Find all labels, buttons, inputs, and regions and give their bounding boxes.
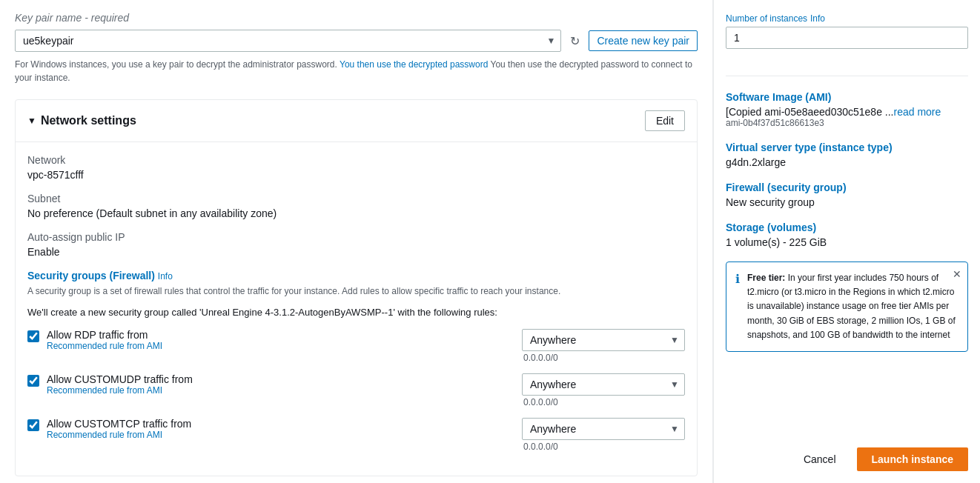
divider-1: [726, 76, 968, 76]
rule-rdp-select-wrapper[interactable]: Anywhere ▼: [522, 329, 685, 351]
rule-customtcp-cidr: 0.0.0.0/0: [522, 442, 685, 452]
rule-rdp-select[interactable]: Anywhere: [522, 329, 685, 351]
rule-rdp-label: Allow RDP traffic from: [47, 329, 514, 341]
network-field: Network vpc-8571cfff: [27, 154, 685, 181]
sg-title: Security groups (Firewall): [27, 270, 155, 282]
ami-read-more-link[interactable]: read more: [894, 106, 941, 118]
keypair-help-link[interactable]: You then use the decrypted password: [340, 59, 488, 70]
instance-type-value: g4dn.2xlarge: [726, 156, 968, 168]
instances-info-link[interactable]: Info: [810, 13, 825, 24]
security-groups-field: Security groups (Firewall) Info A securi…: [27, 270, 685, 452]
sg-description: A security group is a set of firewall ru…: [27, 284, 685, 298]
instances-count-group: Number of instances Info: [726, 12, 968, 49]
rule-rdp-checkbox[interactable]: [27, 330, 39, 342]
rule-rdp-label-group: Allow RDP traffic from Recommended rule …: [47, 329, 514, 351]
rule-rdp-cidr: 0.0.0.0/0: [522, 353, 685, 363]
rule-customtcp-select[interactable]: Anywhere: [522, 418, 685, 440]
firewall-value: New security group: [726, 196, 968, 208]
ami-id: ami-0b4f37d51c86613e3: [726, 118, 968, 128]
refresh-keypair-button[interactable]: ↻: [567, 31, 583, 51]
subnet-field: Subnet No preference (Default subnet in …: [27, 193, 685, 219]
sg-header: Security groups (Firewall) Info: [27, 270, 685, 282]
keypair-required-text: - required: [85, 12, 129, 24]
firewall-label[interactable]: Firewall (security group): [726, 181, 968, 193]
auto-assign-value: Enable: [27, 246, 685, 258]
auto-assign-field: Auto-assign public IP Enable: [27, 231, 685, 258]
instance-type-label[interactable]: Virtual server type (instance type): [726, 141, 968, 153]
storage-label[interactable]: Storage (volumes): [726, 221, 968, 233]
rule-customtcp-sublabel: Recommended rule from AMI: [47, 430, 514, 440]
rule-customudp-sublabel: Recommended rule from AMI: [47, 385, 514, 396]
rule-customtcp-checkbox[interactable]: [27, 419, 39, 431]
free-tier-close-button[interactable]: ✕: [953, 268, 961, 280]
network-settings-header: ▼ Network settings Edit: [16, 100, 697, 142]
cancel-button[interactable]: Cancel: [792, 447, 848, 471]
ami-summary: Software Image (AMI) [Copied ami-05e8aee…: [726, 91, 968, 128]
rule-customudp-select[interactable]: Anywhere: [522, 373, 685, 396]
rule-customudp-checkbox[interactable]: [27, 375, 39, 387]
create-keypair-link[interactable]: Create new key pair: [589, 30, 698, 51]
right-panel: Number of instances Info Software Image …: [713, 0, 980, 483]
free-tier-text: Free tier: In your first year includes 7…: [747, 271, 959, 342]
subnet-label: Subnet: [27, 193, 685, 204]
instance-type-summary: Virtual server type (instance type) g4dn…: [726, 141, 968, 168]
network-settings-section: ▼ Network settings Edit Network vpc-8571…: [15, 99, 698, 476]
auto-assign-label: Auto-assign public IP: [27, 231, 685, 243]
keypair-select[interactable]: ue5keypair: [15, 30, 561, 52]
rule-customudp-label-group: Allow CUSTOMUDP traffic from Recommended…: [47, 373, 514, 396]
network-settings-title: ▼ Network settings: [27, 114, 136, 127]
section-collapse-arrow-icon: ▼: [27, 116, 36, 126]
rule-rdp-select-group: Anywhere ▼ 0.0.0.0/0: [522, 329, 685, 363]
rule-customudp-label: Allow CUSTOMUDP traffic from: [47, 373, 514, 385]
network-value: vpc-8571cfff: [27, 169, 685, 181]
keypair-section: Key pair name - required ue5keypair ▼ ↻ …: [15, 0, 698, 99]
rule-customudp-row: Allow CUSTOMUDP traffic from Recommended…: [27, 373, 685, 407]
rule-customudp-select-wrapper[interactable]: Anywhere ▼: [522, 373, 685, 396]
free-tier-bold: Free tier:: [747, 273, 785, 283]
free-tier-box: ℹ Free tier: In your first year includes…: [726, 262, 968, 352]
rule-rdp-sublabel: Recommended rule from AMI: [47, 341, 514, 351]
ami-value: [Copied ami-05e8aeed030c51e8e ...read mo…: [726, 106, 968, 118]
left-panel: Key pair name - required ue5keypair ▼ ↻ …: [0, 0, 713, 483]
keypair-label: Key pair name - required: [15, 12, 698, 24]
keypair-select-wrapper[interactable]: ue5keypair ▼: [15, 30, 561, 52]
rule-rdp-row: Allow RDP traffic from Recommended rule …: [27, 329, 685, 363]
subnet-value: No preference (Default subnet in any ava…: [27, 207, 685, 219]
sg-rule-description: We'll create a new security group called…: [27, 305, 685, 320]
rule-customtcp-label-group: Allow CUSTOMTCP traffic from Recommended…: [47, 418, 514, 440]
action-buttons: Cancel Launch instance: [726, 442, 968, 471]
rule-customtcp-select-wrapper[interactable]: Anywhere ▼: [522, 418, 685, 440]
instances-count-label: Number of instances Info: [726, 12, 968, 24]
keypair-help-text: For Windows instances, you use a key pai…: [15, 58, 698, 84]
storage-summary: Storage (volumes) 1 volume(s) - 225 GiB: [726, 221, 968, 248]
sg-info-link[interactable]: Info: [158, 271, 173, 282]
firewall-summary: Firewall (security group) New security g…: [726, 181, 968, 208]
network-settings-body: Network vpc-8571cfff Subnet No preferenc…: [16, 142, 697, 476]
storage-value: 1 volume(s) - 225 GiB: [726, 236, 968, 248]
keypair-row: ue5keypair ▼ ↻ Create new key pair: [15, 30, 698, 52]
rule-customudp-cidr: 0.0.0.0/0: [522, 397, 685, 407]
rule-customtcp-select-group: Anywhere ▼ 0.0.0.0/0: [522, 418, 685, 452]
launch-instance-button[interactable]: Launch instance: [857, 447, 968, 471]
ami-label[interactable]: Software Image (AMI): [726, 91, 968, 103]
network-settings-edit-button[interactable]: Edit: [645, 110, 685, 131]
info-circle-icon: ℹ: [735, 272, 740, 342]
rule-customtcp-label: Allow CUSTOMTCP traffic from: [47, 418, 514, 430]
keypair-label-text: Key pair name: [15, 12, 82, 24]
rule-customtcp-row: Allow CUSTOMTCP traffic from Recommended…: [27, 418, 685, 452]
instances-count-input[interactable]: [726, 27, 968, 49]
network-label: Network: [27, 154, 685, 166]
rule-customudp-select-group: Anywhere ▼ 0.0.0.0/0: [522, 373, 685, 407]
